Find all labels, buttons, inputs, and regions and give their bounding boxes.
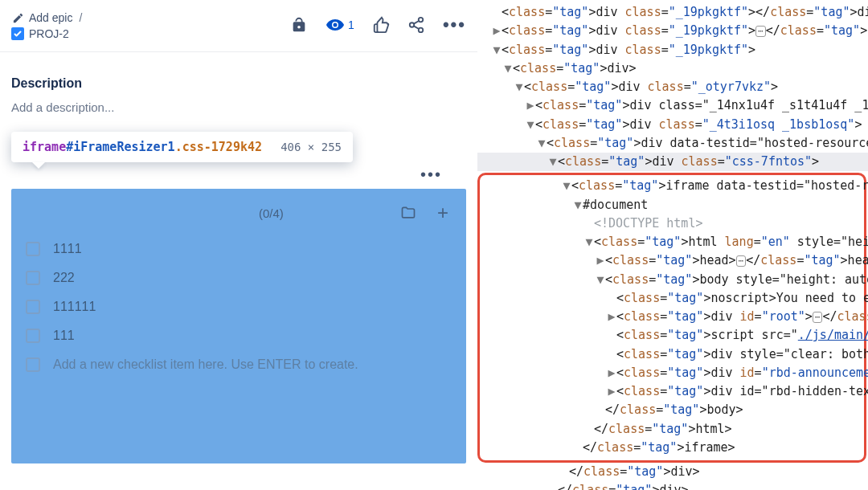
description-heading: Description: [11, 76, 466, 91]
dom-node[interactable]: ▶<class="tag">div class="_19pkgktf">⋯</c…: [477, 22, 868, 40]
dom-node[interactable]: <class="tag">script src="./js/main/bundl…: [480, 326, 864, 345]
checklist-item[interactable]: 222: [26, 271, 452, 285]
dom-node[interactable]: </class="tag">body>: [480, 401, 864, 419]
checklist: 1111222111111111Add a new checklist item…: [26, 242, 452, 372]
highlighted-iframe-subtree: ▼<class="tag">iframe data-testid="hosted…: [477, 173, 866, 463]
checklist-item-label: 1111: [53, 242, 82, 256]
dom-node[interactable]: ▼<class="tag">html lang="en" style="heig…: [480, 233, 864, 251]
add-icon[interactable]: +: [437, 202, 448, 224]
checkbox-icon[interactable]: [26, 242, 40, 256]
issue-pane: Add epic / PROJ-2 1: [0, 0, 477, 490]
checklist-placeholder: Add a new checklist item here. Use ENTER…: [53, 357, 358, 372]
checkbox-icon[interactable]: [26, 271, 40, 285]
checklist-item[interactable]: 1111: [26, 242, 452, 256]
more-actions-button[interactable]: •••: [443, 14, 466, 35]
share-button[interactable]: [407, 16, 425, 34]
checklist-item[interactable]: 111111: [26, 300, 452, 314]
checklist-item[interactable]: 111: [26, 329, 452, 343]
svg-point-1: [419, 18, 424, 22]
dom-node[interactable]: <!DOCTYPE html>: [480, 214, 864, 233]
tooltip-dimensions: 406 × 255: [280, 141, 342, 153]
breadcrumb-separator: /: [79, 11, 82, 24]
panel-more-button[interactable]: •••: [420, 165, 442, 184]
checkbox-icon[interactable]: [26, 300, 40, 314]
dom-node[interactable]: ▶<class="tag">div id="root">⋯</class="ta…: [480, 308, 864, 326]
checklist-new-item[interactable]: Add a new checklist item here. Use ENTER…: [26, 357, 452, 372]
dom-node[interactable]: ▶<class="tag">div id="rbd-announcement-0…: [480, 364, 864, 382]
devtools-elements-pane[interactable]: <class="tag">div class="_19pkgktf"></cla…: [477, 0, 868, 490]
description-placeholder[interactable]: Add a description...: [11, 100, 466, 114]
task-icon: [11, 27, 24, 40]
dom-node[interactable]: </class="tag">div>: [477, 463, 868, 481]
watch-button[interactable]: 1: [326, 15, 354, 35]
checkbox-icon: [26, 357, 40, 372]
dom-node[interactable]: </class="tag">div>: [477, 481, 868, 490]
dom-node[interactable]: ▼<class="tag">div>: [477, 59, 868, 78]
dom-node[interactable]: ▼<class="tag">div class="css-7fntos">: [477, 153, 868, 171]
add-epic-link[interactable]: Add epic: [11, 11, 72, 24]
checklist-item-label: 222: [53, 271, 75, 285]
dom-node[interactable]: ▶<class="tag">div id="rbd-hidden-text-0-…: [480, 382, 864, 401]
dom-node[interactable]: ▶<class="tag">head>⋯</class="tag">head>: [480, 251, 864, 270]
dom-node[interactable]: ▼#document: [480, 196, 864, 214]
inspector-tooltip: iframe#iFrameResizer1.css-1729k42 406 × …: [11, 132, 353, 162]
dom-node[interactable]: ▶<class="tag">div class="_14nx1u4f _s1t4…: [477, 96, 868, 115]
like-button[interactable]: [372, 16, 390, 34]
checklist-counter: (0/4): [259, 206, 284, 220]
folder-icon[interactable]: [400, 205, 416, 221]
checklist-item-label: 111111: [53, 300, 96, 314]
dom-node[interactable]: ▼<class="tag">div class="_otyr7vkz">: [477, 78, 868, 96]
dom-node[interactable]: </class="tag">html>: [480, 420, 864, 439]
dom-node[interactable]: </class="tag">iframe>: [480, 439, 864, 457]
issue-key-link[interactable]: PROJ-2: [11, 27, 69, 40]
svg-point-2: [410, 22, 415, 27]
tooltip-selector: iframe#iFrameResizer1.css-1729k42: [23, 140, 262, 154]
pencil-icon: [11, 11, 24, 24]
lock-button[interactable]: [290, 16, 308, 34]
checklist-item-label: 111: [53, 329, 75, 343]
dom-node[interactable]: <class="tag">div class="_19pkgktf"></cla…: [477, 3, 868, 22]
dom-node[interactable]: ▼<class="tag">iframe data-testid="hosted…: [480, 177, 864, 195]
issue-key-label: PROJ-2: [29, 27, 69, 40]
dom-node[interactable]: ▼<class="tag">div class="_19pkgktf">: [477, 41, 868, 59]
dom-node[interactable]: ▼<class="tag">div class="_4t3i1osq _1bsb…: [477, 116, 868, 134]
dom-node[interactable]: ▼<class="tag">div data-testid="hosted-re…: [477, 134, 868, 153]
dom-node[interactable]: <class="tag">div style="clear: both; dis…: [480, 345, 864, 364]
iframe-highlight-overlay: (0/4) + 1111222111111111Add a new checkl…: [11, 189, 466, 463]
dom-node[interactable]: ▼<class="tag">body style="height: auto; …: [480, 271, 864, 289]
watch-count: 1: [348, 18, 354, 31]
header-actions: 1 •••: [290, 14, 466, 35]
breadcrumbs: Add epic / PROJ-2 1: [11, 0, 466, 47]
svg-point-3: [419, 28, 424, 32]
checkbox-icon[interactable]: [26, 329, 40, 343]
add-epic-label: Add epic: [29, 11, 72, 24]
dom-node[interactable]: <class="tag">noscript>You need to enable…: [480, 289, 864, 308]
